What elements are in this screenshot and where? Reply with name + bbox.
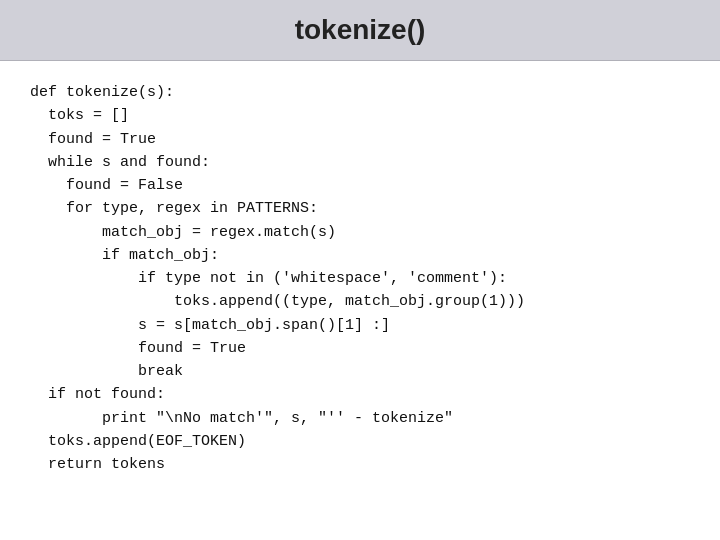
- code-line-16: toks.append(EOF_TOKEN): [30, 433, 246, 450]
- code-line-5: found = False: [30, 177, 183, 194]
- code-line-6: for type, regex in PATTERNS:: [30, 200, 318, 217]
- page-title: tokenize(): [295, 14, 426, 45]
- code-line-17: return tokens: [30, 456, 165, 473]
- code-line-2: toks = []: [30, 107, 129, 124]
- code-line-14: if not found:: [30, 386, 165, 403]
- code-line-4: while s and found:: [30, 154, 210, 171]
- code-line-15: print "\nNo match'", s, "'' - tokenize": [30, 410, 453, 427]
- code-line-11: s = s[match_obj.span()[1] :]: [30, 317, 390, 334]
- code-line-9: if type not in ('whitespace', 'comment')…: [30, 270, 507, 287]
- code-line-1: def tokenize(s):: [30, 84, 174, 101]
- code-line-8: if match_obj:: [30, 247, 219, 264]
- title-bar: tokenize(): [0, 0, 720, 61]
- code-line-3: found = True: [30, 131, 156, 148]
- code-block: def tokenize(s): toks = [] found = True …: [30, 81, 690, 476]
- code-container: def tokenize(s): toks = [] found = True …: [0, 61, 720, 540]
- code-line-13: break: [30, 363, 183, 380]
- code-line-12: found = True: [30, 340, 246, 357]
- code-line-7: match_obj = regex.match(s): [30, 224, 336, 241]
- code-line-10: toks.append((type, match_obj.group(1))): [30, 293, 525, 310]
